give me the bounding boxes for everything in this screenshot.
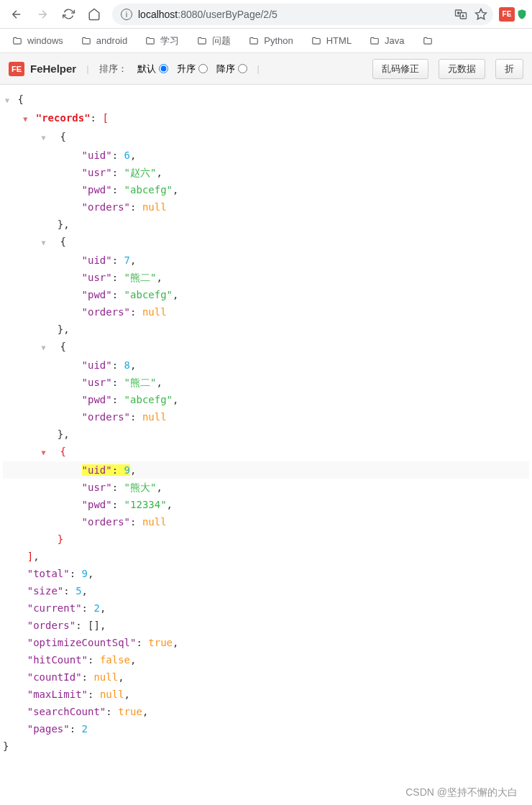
toggle-icon[interactable] xyxy=(40,444,48,461)
bookmark-item[interactable]: 学习 xyxy=(140,32,183,50)
back-button[interactable] xyxy=(4,2,29,27)
fehelper-toolbar: FE FeHelper | 排序： 默认 升序 降序 | 乱码修正 元数据 折 xyxy=(0,53,532,85)
separator: | xyxy=(257,63,260,74)
svg-marker-2 xyxy=(476,9,487,19)
bookmark-item[interactable]: android xyxy=(76,32,132,49)
sort-desc-radio[interactable]: 降序 xyxy=(216,63,247,75)
url-text: localhost:8080/userByPage/2/5 xyxy=(138,9,449,20)
garbled-fix-button[interactable]: 乱码修正 xyxy=(372,59,428,79)
info-icon: i xyxy=(121,9,132,20)
shield-icon[interactable] xyxy=(516,8,528,21)
bookmark-item[interactable] xyxy=(418,33,438,49)
star-icon[interactable] xyxy=(474,8,487,21)
translate-icon[interactable] xyxy=(454,8,467,21)
metadata-button[interactable]: 元数据 xyxy=(439,59,485,79)
sort-radio-group: 默认 升序 降序 xyxy=(137,63,247,75)
json-viewer: { "records": [ { "uid": 6, "usr": "赵六", … xyxy=(0,85,532,760)
fold-button[interactable]: 折 xyxy=(495,59,523,79)
fehelper-extension-icon[interactable]: FE xyxy=(499,7,515,22)
app-name: FeHelper xyxy=(30,63,76,75)
toggle-icon[interactable] xyxy=(40,129,48,147)
watermark: CSDN @坚持不懈的大白 xyxy=(405,786,518,799)
bookmarks-bar: windowsandroid学习问题PythonHTMLJava xyxy=(0,29,532,53)
toggle-icon[interactable] xyxy=(21,111,29,128)
sort-label: 排序： xyxy=(99,63,127,75)
bookmark-item[interactable]: 问题 xyxy=(192,32,235,50)
bookmark-item[interactable]: HTML xyxy=(306,32,356,49)
sort-default-radio[interactable]: 默认 xyxy=(137,63,168,75)
home-button[interactable] xyxy=(82,2,106,27)
bookmark-item[interactable]: windows xyxy=(7,32,68,49)
toggle-icon[interactable] xyxy=(3,92,12,109)
forward-button[interactable] xyxy=(30,2,55,27)
bookmark-item[interactable]: Python xyxy=(244,32,297,49)
browser-nav-bar: i localhost:8080/userByPage/2/5 FE xyxy=(0,0,532,29)
reload-button[interactable] xyxy=(56,2,81,27)
bookmark-item[interactable]: Java xyxy=(364,32,408,49)
toggle-icon[interactable] xyxy=(40,234,48,252)
address-bar[interactable]: i localhost:8080/userByPage/2/5 xyxy=(112,4,493,25)
separator: | xyxy=(86,63,88,74)
sort-asc-radio[interactable]: 升序 xyxy=(177,63,208,75)
fehelper-badge-icon: FE xyxy=(9,62,24,76)
toggle-icon[interactable] xyxy=(40,339,48,356)
fehelper-logo: FE FeHelper xyxy=(9,62,76,76)
